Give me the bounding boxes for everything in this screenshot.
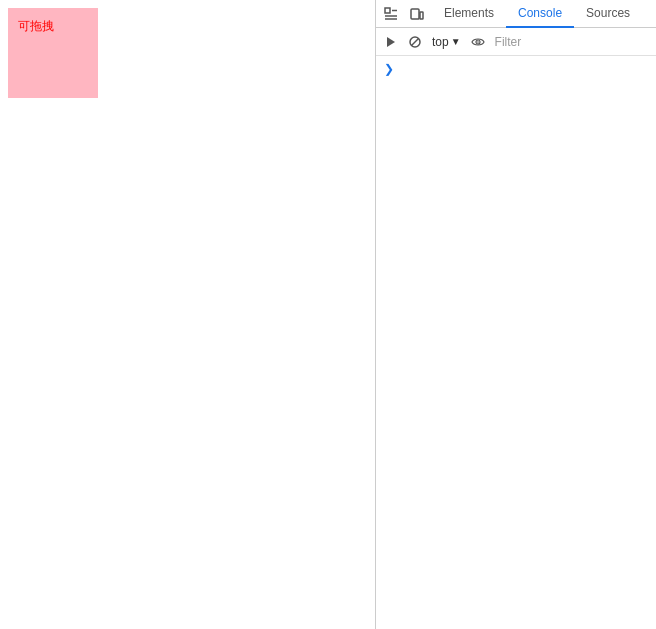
console-prompt[interactable]: ❯ [380,60,652,78]
devtools-panel: Elements Console Sources top [375,0,656,629]
svg-marker-6 [387,37,395,47]
filter-input[interactable] [491,33,652,51]
context-label: top [432,35,449,49]
devtools-tabs-bar: Elements Console Sources [376,0,656,28]
inspect-icon[interactable] [380,3,402,25]
tab-sources[interactable]: Sources [574,0,642,28]
clear-button[interactable] [404,31,426,53]
live-expressions-button[interactable] [467,31,489,53]
svg-rect-5 [420,12,423,19]
context-selector[interactable]: top ▼ [428,33,465,51]
svg-line-8 [412,38,419,45]
svg-point-10 [477,41,479,43]
run-button[interactable] [380,31,402,53]
tab-elements[interactable]: Elements [432,0,506,28]
devtools-toolbar: top ▼ [376,28,656,56]
page-content: 可拖拽 [0,0,375,629]
svg-rect-4 [411,9,419,19]
main-area: 可拖拽 Elements [0,0,656,629]
device-icon[interactable] [406,3,428,25]
svg-rect-0 [385,8,390,13]
tab-console[interactable]: Console [506,0,574,28]
box-label: 可拖拽 [18,18,54,35]
tabs-list: Elements Console Sources [432,0,652,28]
dropdown-arrow-icon: ▼ [451,36,461,47]
console-content: ❯ [376,56,656,629]
pink-box: 可拖拽 [8,8,98,98]
